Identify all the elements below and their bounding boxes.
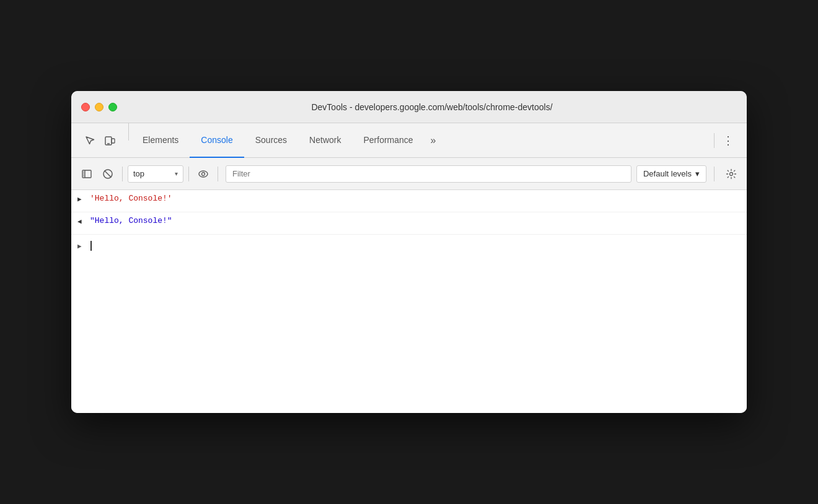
- device-toggle-icon[interactable]: [101, 132, 118, 149]
- tab-bar: Elements Console Sources Network Perform…: [71, 123, 747, 158]
- live-expressions-button[interactable]: [194, 165, 213, 183]
- collapse-arrow-2[interactable]: ◀: [77, 217, 85, 225]
- console-toolbar: top ▾ Default levels ▾: [71, 158, 747, 190]
- console-input-line[interactable]: ▶: [71, 235, 747, 257]
- console-line-2: ◀ "Hello, Console!": [71, 212, 747, 235]
- svg-point-12: [730, 172, 733, 175]
- toolbar-divider-2: [188, 167, 189, 181]
- svg-line-9: [105, 170, 112, 177]
- maximize-button[interactable]: [108, 103, 117, 111]
- tab-bar-right: ⋮: [709, 123, 742, 157]
- traffic-lights: [81, 103, 117, 111]
- console-text-1: 'Hello, Console!': [90, 194, 172, 203]
- console-cursor: [90, 241, 92, 251]
- console-line-1: ▶ 'Hello, Console!': [71, 190, 747, 212]
- toolbar-divider-1: [122, 167, 123, 181]
- tab-console[interactable]: Console: [190, 123, 244, 158]
- tab-network[interactable]: Network: [298, 123, 352, 158]
- tab-sources[interactable]: Sources: [244, 123, 298, 158]
- tab-performance[interactable]: Performance: [352, 123, 424, 158]
- devtools-window: DevTools - developers.google.com/web/too…: [71, 91, 747, 413]
- window-title: DevTools - developers.google.com/web/too…: [127, 102, 737, 112]
- context-selector[interactable]: top ▾: [128, 165, 183, 183]
- tab-bar-left-divider: [128, 123, 129, 141]
- console-text-2: "Hello, Console!": [90, 216, 172, 225]
- minimize-button[interactable]: [95, 103, 103, 111]
- context-arrow-icon: ▾: [175, 170, 178, 177]
- input-arrow-icon: ▶: [77, 242, 85, 250]
- toolbar-divider-4: [714, 167, 715, 181]
- tab-more-button[interactable]: »: [424, 123, 442, 157]
- close-button[interactable]: [81, 103, 90, 111]
- title-bar: DevTools - developers.google.com/web/too…: [71, 91, 747, 123]
- tab-right-divider: [714, 133, 715, 148]
- tab-elements[interactable]: Elements: [131, 123, 190, 158]
- console-output: ▶ 'Hello, Console!' ◀ "Hello, Console!" …: [71, 190, 747, 413]
- log-levels-button[interactable]: Default levels ▾: [636, 165, 706, 183]
- console-sidebar-button[interactable]: [77, 165, 96, 183]
- clear-console-button[interactable]: [99, 165, 117, 183]
- expand-arrow-1[interactable]: ▶: [77, 195, 85, 203]
- devtools-action-icons: [76, 123, 123, 157]
- inspect-icon[interactable]: [81, 132, 99, 149]
- toolbar-divider-3: [218, 167, 218, 181]
- devtools-menu-button[interactable]: ⋮: [719, 132, 737, 149]
- svg-point-10: [199, 171, 208, 177]
- filter-input[interactable]: [226, 165, 631, 183]
- svg-point-11: [202, 172, 205, 175]
- console-settings-button[interactable]: [722, 165, 741, 183]
